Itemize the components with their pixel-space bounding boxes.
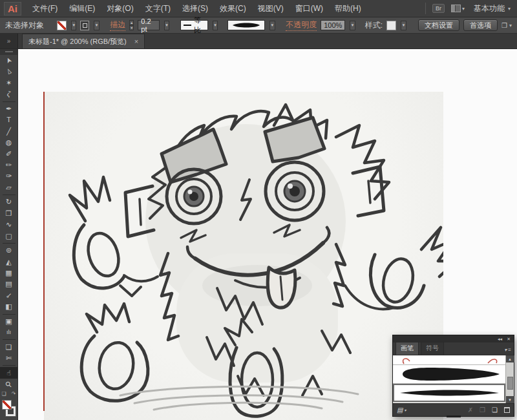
free-transform-tool[interactable]: ▢ [0, 230, 18, 241]
brush-stroke-preview-icon [231, 21, 262, 29]
tool-group-divider [3, 339, 16, 340]
default-colors-icon[interactable]: ❏ [2, 391, 6, 397]
arrange-documents-icon[interactable]: ▾ [451, 5, 465, 12]
control-panel-options-icon[interactable]: ❐▾ [501, 22, 512, 29]
step-down-icon[interactable]: ▼ [129, 25, 134, 30]
gradient-tool[interactable]: ▤ [0, 278, 18, 289]
stroke-weight-stepper[interactable]: ▲▼ [129, 20, 134, 30]
opacity-field[interactable]: 100% [321, 20, 345, 30]
remove-brush-stroke-icon[interactable]: ✗ [468, 406, 473, 414]
color-controls: ❏ ↷ [0, 391, 18, 420]
tapered-brush-stroke-icon [397, 387, 501, 399]
document-setup-button[interactable]: 文档设置 [418, 19, 459, 31]
step-up-icon[interactable]: ▲ [129, 20, 134, 25]
hand-tool[interactable]: ☝ [0, 367, 18, 378]
fill-type-dropdown-icon[interactable]: ▾ [94, 21, 99, 30]
tab-close-icon[interactable]: × [134, 37, 138, 45]
brush-definition-select[interactable] [227, 20, 265, 30]
opacity-panel-link[interactable]: 不透明度 [286, 19, 317, 31]
artboard-tool[interactable]: ❏ [0, 341, 18, 352]
brush-item-charcoal[interactable] [393, 365, 505, 384]
paintbrush-tool[interactable]: ✐ [0, 148, 18, 159]
eyedropper-tool[interactable]: ⊸ [0, 290, 18, 301]
width-profile-dropdown-icon[interactable]: ▾ [213, 21, 218, 30]
brush-list-scrollbar[interactable]: ▲ ▼ [505, 355, 514, 403]
document-tab-bar: » 未标题-1* @ 200% (RGB/预览) × [0, 34, 517, 49]
new-brush-icon[interactable]: ❏ [492, 406, 498, 414]
swap-colors-icon[interactable]: ↷ [12, 391, 16, 397]
brush-item-calligraphic[interactable] [393, 355, 505, 365]
menu-object[interactable]: 对象(O) [101, 0, 139, 17]
line-segment-tool[interactable]: ╱ [0, 125, 18, 136]
width-profile-select[interactable]: 等比 [180, 20, 208, 30]
stroke-weight-dropdown-icon[interactable]: ▾ [164, 21, 169, 30]
app-logo[interactable]: Ai [4, 2, 21, 16]
rotate-tool[interactable]: ↻ [0, 196, 18, 207]
fill-color-chip-none[interactable] [2, 400, 12, 410]
pen-tool[interactable]: ✒ [0, 103, 18, 114]
scrollbar-thumb[interactable] [507, 377, 513, 390]
tool-group-divider [3, 101, 16, 102]
brush-definition-dropdown-icon[interactable]: ▾ [269, 21, 275, 30]
panel-close-icon[interactable]: ✕ [507, 337, 511, 342]
delete-brush-icon[interactable] [504, 407, 510, 413]
zoom-tool[interactable]: ⚲ [0, 379, 18, 390]
width-tool[interactable]: ∿ [0, 219, 18, 230]
lasso-tool[interactable]: ζ [0, 89, 18, 100]
stroke-color-dropdown-icon[interactable]: ▾ [71, 21, 76, 30]
tool-group-divider [3, 243, 16, 244]
scroll-up-icon[interactable]: ▲ [506, 355, 514, 362]
fill-type-icon[interactable] [80, 21, 89, 30]
shape-builder-tool[interactable]: ⊚ [0, 245, 18, 256]
menu-window[interactable]: 窗口(W) [290, 0, 329, 17]
scroll-down-icon[interactable]: ▼ [506, 396, 514, 403]
brush-libraries-icon[interactable]: ▤▾ [397, 406, 406, 414]
panel-collapse-icon[interactable]: ◂◂ [498, 337, 502, 342]
selection-tool[interactable]: ➤ [0, 55, 18, 66]
style-swatch[interactable] [386, 21, 396, 30]
blob-brush-tool[interactable]: ✑ [0, 171, 18, 182]
toolbar-grip[interactable] [0, 49, 17, 55]
magic-wand-tool[interactable]: ✶ [0, 78, 18, 89]
eraser-tool[interactable]: ▱ [0, 182, 18, 193]
tab-symbols[interactable]: 符号 [421, 342, 444, 355]
column-graph-tool[interactable]: ılı [0, 327, 18, 338]
tab-brushes[interactable]: 画笔 [396, 342, 419, 355]
blend-tool[interactable]: ◧ [0, 301, 18, 312]
direct-selection-tool[interactable]: ▻ [0, 66, 18, 77]
preferences-button[interactable]: 首选项 [463, 19, 498, 31]
stroke-weight-field[interactable]: 0.2 pt [138, 20, 160, 30]
opacity-dropdown-icon[interactable]: ▾ [350, 21, 355, 30]
stroke-panel-link[interactable]: 描边 [110, 19, 125, 31]
monster-sketch-drawing [44, 92, 443, 420]
panel-menu-icon[interactable]: ▾≡ [504, 347, 511, 355]
menu-help[interactable]: 帮助(H) [329, 0, 367, 17]
ellipse-tool[interactable]: ◍ [0, 137, 18, 148]
type-tool[interactable]: T [0, 114, 18, 125]
menu-view[interactable]: 视图(V) [252, 0, 290, 17]
sketch-image[interactable] [44, 92, 443, 420]
menu-effect[interactable]: 效果(C) [214, 0, 252, 17]
tool-group-divider [3, 194, 16, 195]
brush-options-icon[interactable]: ❐ [480, 406, 485, 414]
panel-resize-handle[interactable] [447, 415, 461, 417]
brush-item-tapered-selected[interactable] [393, 384, 505, 402]
style-dropdown-icon[interactable]: ▾ [401, 21, 406, 30]
document-tab[interactable]: 未标题-1* @ 200% (RGB/预览) × [22, 34, 145, 48]
menu-file[interactable]: 文件(F) [26, 0, 63, 17]
bridge-icon[interactable]: Br [432, 4, 445, 13]
perspective-grid-tool[interactable]: ◭ [0, 256, 18, 267]
workspace-switcher[interactable]: 基本功能▾ [474, 3, 511, 14]
menu-type[interactable]: 文字(T) [140, 0, 176, 17]
stroke-color-swatch[interactable] [57, 21, 67, 30]
menu-select[interactable]: 选择(S) [176, 0, 214, 17]
slice-tool[interactable]: ✄ [0, 353, 18, 364]
selection-status-label: 未选择对象 [5, 20, 44, 31]
panel-tabs: 画笔 符号 ▾≡ [393, 342, 514, 355]
symbol-sprayer-tool[interactable]: ▣ [0, 316, 18, 327]
menu-edit[interactable]: 编辑(E) [63, 0, 101, 17]
scale-tool[interactable]: ❐ [0, 208, 18, 219]
pencil-tool[interactable]: ✏ [0, 160, 18, 171]
toolbar-collapse-icon[interactable]: » [0, 34, 18, 48]
mesh-tool[interactable]: ▦ [0, 268, 18, 278]
